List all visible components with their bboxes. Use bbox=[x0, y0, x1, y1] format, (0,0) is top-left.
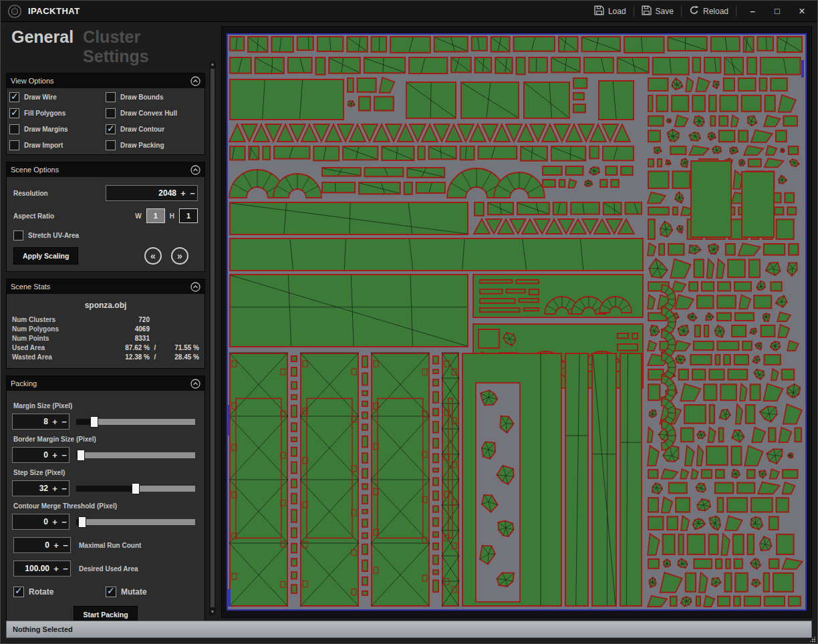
decrement-icon[interactable] bbox=[59, 517, 69, 527]
checkbox-draw-packing[interactable]: Draw Packing bbox=[106, 140, 202, 150]
minimize-button[interactable] bbox=[744, 5, 761, 18]
value-field[interactable]: 100.00 bbox=[14, 564, 51, 573]
increment-icon[interactable] bbox=[50, 417, 59, 427]
border-margin-size-slider[interactable] bbox=[76, 452, 195, 458]
border-margin-size-input[interactable]: 0 bbox=[12, 447, 70, 463]
decrement-icon[interactable] bbox=[61, 564, 70, 574]
resolution-input[interactable]: 2048 bbox=[106, 185, 198, 201]
toolbar-divider bbox=[736, 6, 736, 17]
value-field[interactable]: 0 bbox=[14, 540, 51, 550]
titlebar-controls: Load Save Reload bbox=[594, 5, 811, 18]
checkbox[interactable] bbox=[9, 124, 19, 134]
tab-cluster-settings[interactable]: Cluster Settings bbox=[83, 27, 211, 66]
increment-icon[interactable] bbox=[50, 484, 59, 494]
contour-merge-threshold-input[interactable]: 0 bbox=[12, 514, 70, 530]
scene-options-header[interactable]: Scene Options bbox=[7, 162, 204, 177]
resolution-value[interactable]: 2048 bbox=[106, 188, 178, 198]
uv-viewport[interactable] bbox=[221, 26, 812, 618]
save-button[interactable]: Save bbox=[642, 5, 674, 17]
value-field[interactable]: 32 bbox=[13, 484, 50, 493]
aspect-h-input[interactable]: 1 bbox=[179, 208, 198, 223]
slider-handle[interactable] bbox=[79, 517, 86, 527]
value-field[interactable]: 0 bbox=[13, 517, 50, 526]
contour-merge-threshold-slider[interactable] bbox=[76, 519, 195, 525]
decrement-icon[interactable] bbox=[59, 484, 69, 494]
checkbox-draw-bounds[interactable]: Draw Bounds bbox=[106, 92, 202, 102]
status-bar: Nothing Selected bbox=[6, 621, 812, 638]
desired-used-area-label: Desired Used Area bbox=[79, 565, 138, 573]
load-button[interactable]: Load bbox=[594, 5, 626, 17]
slider-handle[interactable] bbox=[132, 484, 139, 494]
checkbox[interactable] bbox=[9, 92, 19, 102]
load-label: Load bbox=[608, 7, 626, 16]
checkbox[interactable] bbox=[106, 92, 116, 102]
decrement-icon[interactable] bbox=[188, 188, 197, 198]
maximize-button[interactable] bbox=[769, 5, 786, 18]
checkbox-label: Mutate bbox=[121, 587, 147, 597]
decrement-icon[interactable] bbox=[61, 540, 70, 550]
increment-icon[interactable] bbox=[50, 450, 59, 460]
increment-icon[interactable] bbox=[178, 188, 188, 198]
increment-icon[interactable] bbox=[51, 540, 61, 550]
step-size-slider[interactable] bbox=[76, 486, 195, 492]
margin-size-input[interactable]: 8 bbox=[12, 414, 70, 430]
checkbox-draw-import[interactable]: Draw Import bbox=[9, 140, 106, 150]
desired-used-area-input[interactable]: 100.00 bbox=[13, 560, 71, 577]
reload-icon bbox=[689, 5, 699, 17]
history-back-button[interactable] bbox=[144, 247, 162, 265]
sidebar: General Cluster Settings View Options Dr… bbox=[6, 25, 216, 618]
checkbox-label: Draw Convex Hull bbox=[120, 110, 177, 117]
checkbox-stretch-uv-area[interactable]: Stretch UV-Area bbox=[13, 230, 198, 240]
checkbox[interactable] bbox=[106, 587, 116, 597]
checkbox[interactable] bbox=[106, 124, 116, 134]
step-size-input[interactable]: 32 bbox=[12, 480, 70, 496]
close-button[interactable] bbox=[793, 5, 811, 18]
checkbox[interactable] bbox=[106, 108, 116, 118]
checkbox-draw-contour[interactable]: Draw Contour bbox=[106, 124, 202, 134]
scroll-up-icon[interactable] bbox=[209, 61, 216, 67]
apply-scaling-button[interactable]: Apply Scaling bbox=[13, 247, 78, 265]
tab-general[interactable]: General bbox=[11, 27, 74, 47]
scene-stats-header[interactable]: Scene Stats bbox=[7, 279, 204, 294]
checkbox-mutate[interactable]: Mutate bbox=[106, 587, 198, 597]
checkbox[interactable] bbox=[9, 108, 19, 118]
uv-canvas[interactable] bbox=[227, 33, 807, 611]
slider-handle[interactable] bbox=[91, 417, 98, 427]
maximal-run-count-input[interactable]: 0 bbox=[13, 537, 71, 553]
resize-grip[interactable] bbox=[809, 636, 815, 642]
packing-header[interactable]: Packing bbox=[7, 376, 204, 391]
checkbox[interactable] bbox=[13, 587, 24, 597]
value-field[interactable]: 0 bbox=[13, 450, 50, 460]
checkbox-draw-margins[interactable]: Draw Margins bbox=[9, 124, 106, 134]
aspect-w-input[interactable]: 1 bbox=[146, 208, 165, 223]
reload-button[interactable]: Reload bbox=[689, 5, 728, 17]
checkbox-fill-polygons[interactable]: Fill Polygons bbox=[9, 108, 106, 118]
collapse-icon[interactable] bbox=[190, 379, 200, 389]
value-field[interactable]: 8 bbox=[13, 417, 50, 426]
view-options-header[interactable]: View Options bbox=[7, 73, 204, 88]
sidebar-scrollbar[interactable] bbox=[209, 61, 216, 615]
margin-size-slider[interactable] bbox=[76, 419, 195, 425]
collapse-icon[interactable] bbox=[190, 282, 200, 292]
slider-handle[interactable] bbox=[78, 450, 84, 460]
checkbox-rotate[interactable]: Rotate bbox=[13, 587, 106, 597]
checkbox-label: Draw Import bbox=[24, 142, 63, 149]
increment-icon[interactable] bbox=[50, 517, 59, 527]
stat-row-wasted-area: Wasted Area12.38 %/28.45 % bbox=[12, 353, 199, 361]
scroll-down-icon[interactable] bbox=[209, 609, 216, 615]
history-forward-button[interactable] bbox=[171, 247, 188, 265]
slider-fill bbox=[76, 419, 92, 425]
resolution-label: Resolution bbox=[13, 190, 106, 197]
checkbox-draw-wire[interactable]: Draw Wire bbox=[9, 92, 106, 102]
checkbox-draw-convex-hull[interactable]: Draw Convex Hull bbox=[106, 108, 202, 118]
collapse-icon[interactable] bbox=[190, 76, 200, 86]
decrement-icon[interactable] bbox=[59, 417, 69, 427]
maximal-run-count-label: Maximal Run Count bbox=[79, 542, 141, 549]
decrement-icon[interactable] bbox=[59, 450, 69, 460]
checkbox[interactable] bbox=[13, 230, 23, 240]
scrollbar-thumb[interactable] bbox=[211, 69, 215, 607]
increment-icon[interactable] bbox=[51, 564, 61, 574]
collapse-icon[interactable] bbox=[190, 165, 200, 175]
checkbox[interactable] bbox=[9, 140, 19, 150]
checkbox[interactable] bbox=[106, 140, 116, 150]
